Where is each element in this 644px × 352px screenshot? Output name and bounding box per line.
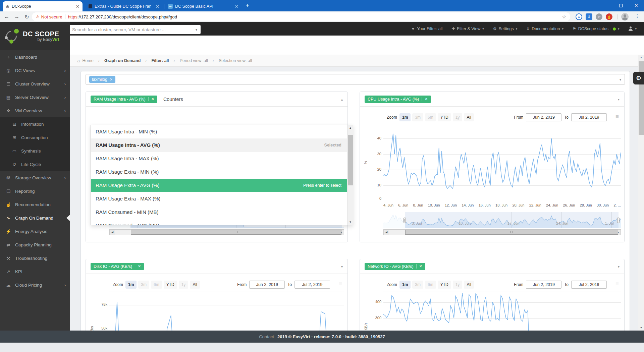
pill-remove-icon[interactable]: ✕ [416,264,422,269]
forward-button[interactable]: → [13,13,21,21]
sidebar-item-vm-overview[interactable]: ❖ VM Overview › [0,104,70,117]
zoom-range-button[interactable]: All [464,113,474,121]
zoom-range-button[interactable]: All [190,281,200,289]
search-input[interactable] [72,27,196,32]
zoom-range-button[interactable]: 3m [412,113,423,121]
download-extension-icon[interactable]: ⇩ [586,13,592,20]
sidebar-item-recommendation[interactable]: ☝ Recommendation [0,198,70,211]
counter-search-text[interactable]: Counters [163,97,183,102]
profile-avatar[interactable] [621,13,629,20]
breadcrumb-item[interactable]: Filter: all [141,58,169,63]
adblock-extension-icon[interactable]: ☝ [606,13,612,20]
graph-settings-flyout-button[interactable]: ⚙ [633,72,644,84]
zoom-range-button[interactable]: All [464,281,474,289]
sidebar-item-life-cycle[interactable]: ↺ Life Cycle [0,158,70,171]
window-minimize-button[interactable]: — [598,0,613,11]
tab-close-icon[interactable]: ✕ [235,4,238,9]
to-date-input[interactable] [571,113,607,121]
chart-menu-icon[interactable]: ≡ [339,281,342,288]
browser-tab-dcscope[interactable]: ⊕ DC-Scоpe ✕ [3,1,83,11]
scrollbar-thumb[interactable] [131,230,341,235]
chevron-down-icon[interactable]: ▾ [618,98,620,101]
browser-tab-guide[interactable]: Extras - Guide DC Scope Français ✕ [85,1,162,11]
cpu-navigator-scrollbar[interactable]: ◀ ▶ [383,229,621,235]
menu-documentation[interactable]: ⇩ Documentation ▾ [526,26,564,31]
ram-counter-select[interactable]: RAM Usage Intra - AVG (%) ✕ Counters ▴ [86,92,347,107]
window-restore-button[interactable] [613,0,629,11]
chevron-down-icon[interactable]: ▾ [341,265,343,269]
counter-option[interactable]: RAM Usage Extra - MIN (%) [91,165,353,179]
menu-your-filter[interactable]: ▼ Your Filter: all [411,26,442,31]
back-button[interactable]: ← [3,13,11,21]
browser-tab-api[interactable]: API DC Scope Basic API ✕ [165,1,241,11]
disk-counter-select[interactable]: Disk IO - AVG (KB/s) ✕ ▾ [86,259,347,274]
tag-remove-icon[interactable]: ✕ [110,77,113,82]
zoom-range-button[interactable]: 1y [453,113,463,121]
global-search[interactable]: ▾ [69,25,201,34]
new-tab-button[interactable]: + [246,2,249,9]
pill-remove-icon[interactable]: ✕ [135,264,141,269]
menu-dcscope-status[interactable]: ⚑ DCScope status : ▾ [573,26,620,31]
breadcrumb-item[interactable]: Home [82,58,93,63]
counter-option[interactable]: RAM Usage Intra - MIN (%) [91,125,353,138]
sidebar-item-cluster-overview[interactable]: ☰ Cluster Overview › [0,77,70,91]
scroll-left-icon[interactable]: ◀ [384,230,389,235]
menu-user[interactable]: ▾ [628,26,637,31]
sidebar-item-dc-views[interactable]: ◎ DC Views › [0,64,70,77]
sidebar-item-capacity-planning[interactable]: ⇄ Capacity Planning [0,238,70,251]
menu-settings[interactable]: ⚙ Settings ▾ [493,26,517,31]
dropdown-scrollbar[interactable]: ▲ ▼ [347,125,353,225]
from-date-input[interactable] [526,281,561,289]
navigator-right-handle[interactable] [617,218,620,223]
tab-close-icon[interactable]: ✕ [156,4,159,9]
navigator-left-handle[interactable] [404,218,406,223]
breadcrumb-item[interactable]: Selection view: all [208,58,252,63]
sidebar-item-energy-analysis[interactable]: ⚡ Energy Analysis [0,225,70,238]
sidebar-item-synthesis[interactable]: ▭ Synthesis [0,144,70,158]
zoom-range-button[interactable]: 1m [399,113,411,121]
page-scrollbar[interactable]: ▲ ▼ [638,55,644,331]
counter-option[interactable]: RAM Usage Intra - AVG (%) Selected [91,138,353,152]
pill-remove-icon[interactable]: ✕ [422,97,428,101]
breadcrumb-item[interactable]: Graph on Demand [94,58,141,63]
address-bar[interactable]: ⚠ Not secure https ://172.27.207.230/dcs… [32,12,570,21]
zoom-range-button[interactable]: YTD [438,281,451,289]
cpu-counter-pill[interactable]: CPU Usage Intra - AVG (%) ✕ [365,96,431,103]
ram-counter-pill[interactable]: RAM Usage Intra - AVG (%) ✕ [91,96,157,103]
browser-menu-icon[interactable]: ⋮ [635,13,640,18]
ip-extension-icon[interactable]: IP [596,13,602,20]
to-date-input[interactable] [294,281,330,289]
chart-menu-icon[interactable]: ≡ [615,114,619,120]
window-close-button[interactable]: ✕ [629,0,644,11]
bookmark-star-icon[interactable]: ☆ [562,14,566,19]
scroll-up-icon[interactable]: ▲ [638,55,644,60]
sidebar-item-cloud-pricing[interactable]: ☁ Cloud Pricing › [0,278,70,292]
sidebar-item-storage-overview[interactable]: ⛃ Storage Overview › [0,171,70,184]
zoom-range-button[interactable]: 1y [453,281,463,289]
counter-option[interactable]: RAM Usage Extra - AVG (%) Press enter to… [91,179,353,192]
sidebar-item-server-overview[interactable]: ▤ Server Overview › [0,91,70,104]
sidebar-item-kpi[interactable]: ↗ KPI [0,265,70,278]
onepassword-extension-icon[interactable]: 1 [576,13,582,20]
from-date-input[interactable] [249,281,285,289]
from-date-input[interactable] [526,113,561,121]
reload-button[interactable]: ↻ [23,13,31,21]
sidebar-item-graph-on-demand[interactable]: ∿ Graph On Demand [0,211,70,225]
scrollbar-thumb[interactable] [348,135,353,185]
selected-vm-tag[interactable]: laxmilog ✕ [89,76,115,83]
counter-option[interactable]: RAM Usage Intra - MAX (%) [91,152,353,165]
menu-filter-and-view[interactable]: ✚ Filter & View ▾ [451,26,484,31]
tab-close-icon[interactable]: ✕ [76,4,79,9]
scroll-up-icon[interactable]: ▲ [347,125,353,131]
zoom-range-button[interactable]: 6m [425,113,436,121]
sidebar-item-dashboard[interactable]: ◔ Dashboard [0,50,70,64]
chart-menu-icon[interactable]: ≡ [615,281,619,288]
contact-link[interactable]: Contact [259,334,274,339]
network-counter-pill[interactable]: Network IO - AVG (KB/s) ✕ [365,263,425,270]
pill-remove-icon[interactable]: ✕ [148,97,154,101]
breadcrumb-item[interactable]: Period view: all [169,58,208,63]
zoom-range-button[interactable]: 6m [425,281,436,289]
app-logo[interactable]: DC SCOPE by EasyVirt [0,22,70,50]
chevron-down-icon[interactable]: ▾ [618,265,620,269]
scroll-left-icon[interactable]: ◀ [110,230,115,235]
